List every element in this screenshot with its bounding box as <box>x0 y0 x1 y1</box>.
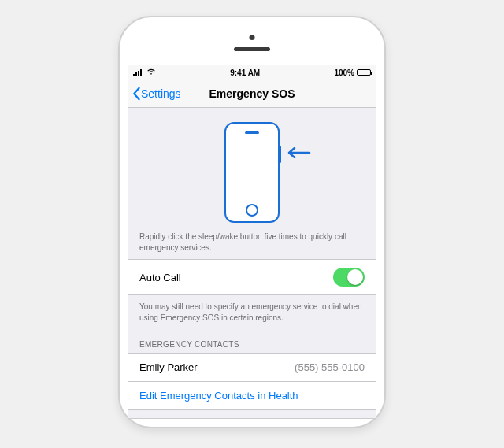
contact-phone: (555) 555-0100 <box>295 361 365 373</box>
wifi-icon <box>146 68 156 77</box>
auto-call-row[interactable]: Auto Call <box>128 259 376 295</box>
phone-outline-icon <box>224 122 280 223</box>
battery-icon <box>357 69 371 76</box>
contacts-footer: You can add and edit emergency contacts … <box>128 410 376 419</box>
contact-name: Emily Parker <box>139 361 198 373</box>
signal-icon <box>133 69 142 76</box>
contacts-header: EMERGENCY CONTACTS <box>128 329 376 353</box>
clock: 9:41 AM <box>230 68 260 77</box>
status-bar: 9:41 AM 100% <box>128 65 376 80</box>
sleep-wake-button-icon <box>279 146 281 163</box>
auto-call-footer: You may still need to specify an emergen… <box>128 295 376 329</box>
status-left <box>133 68 156 77</box>
back-label: Settings <box>141 87 181 100</box>
battery-percent: 100% <box>334 68 354 77</box>
instruction-text: Rapidly click the sleep/wake button five… <box>128 225 376 259</box>
instruction-graphic: Rapidly click the sleep/wake button five… <box>128 108 376 259</box>
auto-call-switch[interactable] <box>333 268 365 287</box>
chevron-left-icon <box>132 87 141 101</box>
phone-illustration <box>224 122 280 223</box>
edit-contacts-button[interactable]: Edit Emergency Contacts in Health <box>128 382 376 409</box>
front-camera <box>250 35 255 40</box>
earpiece-speaker <box>234 47 270 51</box>
iphone-device-frame: 9:41 AM 100% Settings Emergency SOS <box>118 16 386 428</box>
arrow-left-icon <box>287 147 311 161</box>
status-right: 100% <box>334 68 371 77</box>
edit-contacts-label: Edit Emergency Contacts in Health <box>139 390 298 402</box>
nav-bar: Settings Emergency SOS <box>128 80 376 108</box>
contact-row[interactable]: Emily Parker (555) 555-0100 <box>128 354 376 382</box>
contacts-footer-text: You can add and edit emergency contacts … <box>139 417 358 419</box>
auto-call-label: Auto Call <box>139 272 181 283</box>
contacts-group: Emily Parker (555) 555-0100 Edit Emergen… <box>128 353 376 410</box>
back-button[interactable]: Settings <box>128 87 181 101</box>
content: Rapidly click the sleep/wake button five… <box>128 108 376 419</box>
device-bezel-top <box>128 25 376 65</box>
screen: 9:41 AM 100% Settings Emergency SOS <box>128 65 376 419</box>
